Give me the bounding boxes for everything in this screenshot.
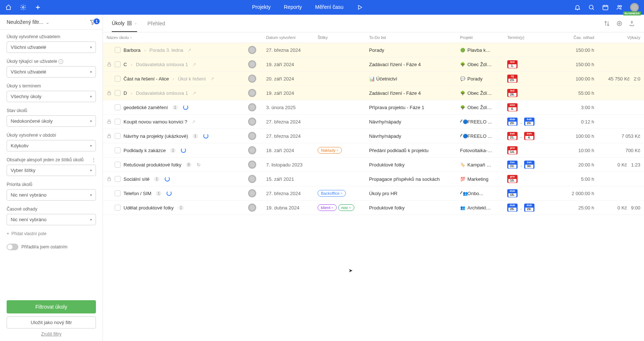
project[interactable]: 🏷️Kampaň #H... [460,162,493,168]
filter-title[interactable]: Neuložený filtr... [7,19,43,25]
table-row[interactable]: C›Dodavatelská smlouva 1↗19. září 2024Za… [103,57,644,72]
task-checkbox[interactable] [115,176,121,182]
project[interactable]: Fotovoltaika-p... [460,148,493,153]
column-header[interactable]: Termín(y) [504,32,555,43]
nav-mereni[interactable]: Měření času [315,4,343,11]
table-row[interactable]: Podklady k zakázce118. září 2024Náklady×… [103,143,644,158]
save-filter-button[interactable]: Uložit jako nový filtr [7,316,96,329]
date-badge[interactable]: dub20. [507,118,518,126]
filter-select[interactable]: Všichni uživatelé▾ [7,42,96,53]
task-checkbox[interactable] [115,76,121,82]
sort-icon[interactable] [604,20,610,27]
gear-icon[interactable] [20,4,26,11]
more-icon[interactable]: ⋮ [92,157,96,162]
tag[interactable]: Backoffice× [318,190,346,197]
date-badge[interactable]: dub29. [524,204,534,212]
project[interactable]: ✔️🔵FREELO ... [460,119,493,125]
date-badge[interactable]: čvn4. [524,132,534,140]
table-row[interactable]: Barbora›Porada 3. ledna↗27. března 2024P… [103,43,644,57]
project[interactable]: 💯Marketing [460,176,493,182]
table-row[interactable]: Udělat produktové fotky119. dubna 2024kl… [103,201,644,215]
column-header[interactable]: Čas. odhad [555,32,598,43]
task-checkbox[interactable] [115,90,121,96]
project[interactable]: 🌳Obec Ždíre... [460,62,493,67]
filter-icon[interactable]: 1 [89,21,96,27]
table-row[interactable]: Telefon / SIM127. března 2024Backoffice×… [103,186,644,201]
date-badge[interactable]: pro10. [507,175,518,183]
assignee-avatar[interactable] [248,175,256,183]
tag[interactable]: nov× [338,204,354,211]
date-badge[interactable]: čvc22. [507,161,518,169]
calendar-icon[interactable] [602,4,609,11]
assignee-avatar[interactable] [248,60,256,68]
add-field-button[interactable]: +Přidat vlastní pole [7,231,96,236]
table-row[interactable]: Koupit novou varnou konvici ?↗27. března… [103,115,644,129]
table-row[interactable]: D›Dodavatelská smlouva 1↗19. září 2024Za… [103,86,644,100]
nav-reporty[interactable]: Reporty [284,4,302,11]
assignee-avatar[interactable] [248,161,256,169]
assignee-avatar[interactable] [248,204,256,212]
assignee-avatar[interactable] [248,89,256,97]
tab-prehled[interactable]: Přehled [147,15,165,32]
table-row[interactable]: Retušovat produktové fotky8↻7. listopadu… [103,158,644,172]
date-badge[interactable]: dub25. [507,204,518,212]
filter-select[interactable]: Všechny úkoly▾ [7,91,96,102]
table-row[interactable]: geodetické zaměření13. února 2025Příprav… [103,100,644,115]
filter-select[interactable]: Všichni uživatelé▾ [7,66,96,78]
filter-button[interactable]: Filtrovat úkoly [7,300,96,313]
project[interactable]: ✔️👥Onbo... [460,191,493,196]
assignee-avatar[interactable] [248,75,256,83]
assignee-avatar[interactable] [248,118,256,126]
date-badge[interactable]: led26. [507,89,518,97]
column-header[interactable]: Název úkolu ↑ [103,32,244,43]
filter-select[interactable]: Vyber štítky▾ [7,165,96,176]
task-checkbox[interactable] [115,205,121,211]
filter-select[interactable]: Nedokončené úkoly▾ [7,115,96,127]
date-badge[interactable]: led1. [507,60,518,68]
assignee-avatar[interactable] [248,189,256,197]
table-row[interactable]: Sociální sítě115. září 2021Propagace pří… [103,172,644,186]
date-badge[interactable]: čvc30. [524,161,534,169]
date-badge[interactable]: kvě20. [524,118,534,126]
column-header[interactable] [244,32,262,43]
play-icon[interactable] [357,4,363,11]
task-checkbox[interactable] [115,47,121,53]
home-icon[interactable] [5,4,12,11]
task-checkbox[interactable] [115,162,121,168]
tag[interactable]: klient× [318,204,337,211]
plus-icon[interactable] [35,4,41,11]
project[interactable]: 👥Architekton... [460,205,493,211]
bell-icon[interactable] [574,4,581,11]
tab-ukoly[interactable]: Úkoly ⌄ [112,15,137,32]
column-header[interactable]: Datum vytvoření [262,32,314,43]
assignee-avatar[interactable] [248,146,256,154]
nav-projekty[interactable]: Projekty [252,4,271,11]
column-header[interactable]: To-Do list [365,32,457,43]
assignee-avatar[interactable] [248,46,256,54]
project[interactable]: ✔️🔵FREELO ... [460,133,493,139]
filter-select[interactable]: Nic není vybráno▾ [7,189,96,201]
project[interactable]: 💬Porady [460,76,493,82]
column-header[interactable]: Projekt [457,32,504,43]
avatar[interactable] [630,3,639,12]
table-row[interactable]: Návrhy na projekty (ukázkové)127. března… [103,129,644,143]
info-icon[interactable]: i [58,59,63,64]
date-badge[interactable]: dub15. [507,189,518,197]
filter-select[interactable]: Kdykoliv▾ [7,140,96,151]
date-badge[interactable]: úno4. [507,103,518,111]
people-icon[interactable] [616,4,623,11]
task-checkbox[interactable] [115,104,121,110]
date-badge[interactable]: říj23. [507,75,518,83]
column-header[interactable]: Výkazy [598,32,644,43]
project[interactable]: 🌳Obec Ždíre... [460,90,493,96]
cancel-filters-link[interactable]: Zrušit filtry [7,331,96,337]
task-checkbox[interactable] [115,119,121,125]
assigned-toggle[interactable] [7,244,18,250]
settings-icon[interactable] [616,20,623,27]
column-header[interactable]: Štítky [314,32,365,43]
filter-select[interactable]: Nic není vybráno▾ [7,214,96,225]
task-checkbox[interactable] [115,61,121,67]
task-checkbox[interactable] [115,133,121,139]
table-row[interactable]: Část na řešení - Alice›Úkol k řešení↗20.… [103,72,644,86]
tag[interactable]: Náklady× [318,147,342,154]
